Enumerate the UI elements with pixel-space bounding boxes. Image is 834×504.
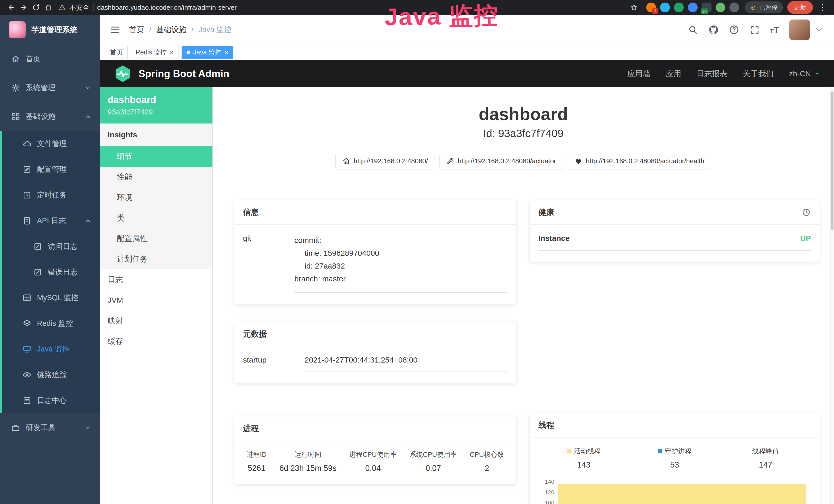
reload-icon <box>32 4 40 11</box>
extension-icon[interactable] <box>674 3 684 12</box>
chevron-down-icon <box>85 85 91 91</box>
y-tick: 120 <box>545 489 554 496</box>
font-size-icon[interactable]: TT <box>770 25 779 35</box>
info-row-label: git <box>243 234 294 293</box>
process-col-cores: CPU核心数 2 <box>470 450 504 473</box>
breadcrumb-section[interactable]: 基础设施 <box>156 25 186 35</box>
home-button[interactable] <box>42 1 54 14</box>
legend-label: 活动线程 <box>574 447 601 456</box>
menu-item-environment[interactable]: 环境 <box>100 187 213 208</box>
sidebar-item-mysql-monitor[interactable]: MySQL 监控 <box>0 285 100 311</box>
extension-on-badge: on <box>701 8 708 14</box>
chrome-update-button[interactable]: 更新 <box>787 1 813 14</box>
sidebar-item-access-log[interactable]: 访问日志 <box>0 234 100 259</box>
process-card: 进程 进程ID 5261 运行时间 6d 23h 15m 59s <box>234 416 516 484</box>
sidebar-item-devtools[interactable]: 研发工具 <box>0 413 100 442</box>
user-avatar[interactable] <box>789 20 810 40</box>
history-icon[interactable] <box>802 208 811 217</box>
sidebar-item-java-monitor[interactable]: Java 监控 <box>0 336 100 362</box>
close-icon[interactable]: × <box>170 49 174 56</box>
legend-daemon-threads: 守护进程 53 <box>629 447 720 469</box>
toolbox-icon <box>11 423 20 432</box>
home-icon <box>11 55 20 63</box>
health-row-label: Instance <box>539 234 570 243</box>
info-row-value: commit: time: 1596289704000 id: 27aa832 … <box>294 234 507 293</box>
sba-nav-applications[interactable]: 应用 <box>666 69 681 79</box>
sba-nav-journal[interactable]: 日志报表 <box>697 69 727 79</box>
log-icon <box>23 216 31 225</box>
extension-icon[interactable]: on <box>702 3 711 12</box>
sba-sidebar: dashboard 93a3fc7f7409 Insights 细节 性能 环境… <box>100 87 213 504</box>
edit-doc-icon <box>23 165 31 174</box>
process-col-syscpu: 系统CPU使用率 0.07 <box>410 450 457 473</box>
tab-home[interactable]: 首页 <box>105 46 128 59</box>
menu-item-jvm[interactable]: JVM <box>100 290 213 311</box>
sidebar-item-infra[interactable]: 基础设施 <box>0 102 100 131</box>
sidebar-item-redis-monitor[interactable]: Redis 监控 <box>0 311 100 336</box>
page-scrollbar[interactable] <box>830 87 834 504</box>
scrollbar-thumb[interactable] <box>831 91 833 230</box>
menu-item-configprops[interactable]: 配置属性 <box>100 228 213 249</box>
help-icon[interactable] <box>729 25 739 35</box>
metadata-row-label: startup <box>243 356 305 372</box>
reload-button[interactable] <box>30 1 42 14</box>
sba-nav: 应用墙 应用 日志报表 关于我们 zh-CN <box>627 69 821 79</box>
chrome-menu-icon[interactable]: ⋮ <box>816 3 829 12</box>
menu-item-logfile[interactable]: 日志 <box>100 269 213 290</box>
back-button[interactable] <box>5 1 18 14</box>
sidebar-item-api-log[interactable]: API 日志 <box>0 208 100 234</box>
menu-item-classes[interactable]: 类 <box>100 208 213 228</box>
back-icon <box>7 4 15 11</box>
active-section-strip <box>0 131 2 413</box>
sba-language-select[interactable]: zh-CN <box>789 69 821 78</box>
actuator-url-button[interactable]: http://192.168.0.2:48080/actuator <box>439 153 563 169</box>
menu-item-scheduledtasks[interactable]: 计划任务 <box>100 249 213 269</box>
grid-icon <box>11 112 20 121</box>
tab-redis-monitor[interactable]: Redis 监控 × <box>131 46 178 59</box>
paused-extension-chip[interactable]: ☺ 已暂停 <box>745 2 783 13</box>
smiley-icon: ☺ <box>750 4 757 12</box>
fullscreen-icon[interactable] <box>749 25 760 35</box>
annotation-java-monitor: Java 监控 <box>384 0 499 33</box>
search-icon[interactable] <box>688 25 698 35</box>
forward-button[interactable] <box>18 1 30 14</box>
sba-brand[interactable]: Spring Boot Admin <box>113 64 229 83</box>
close-icon[interactable]: × <box>224 49 228 56</box>
sidebar-item-scheduled-jobs[interactable]: 定时任务 <box>0 182 100 208</box>
menu-item-metrics[interactable]: 性能 <box>100 167 213 187</box>
sba-nav-about[interactable]: 关于我们 <box>743 69 774 79</box>
caret-down-icon <box>814 70 821 77</box>
address-bar[interactable]: 不安全 dashboard.yudao.iocoder.cn/infra/adm… <box>59 3 237 12</box>
caret-down-icon <box>814 25 824 35</box>
hamburger-icon[interactable] <box>110 24 120 35</box>
service-url-button[interactable]: http://192.168.0.2:48080/ <box>335 153 435 169</box>
github-icon[interactable] <box>708 25 719 35</box>
extension-icon[interactable] <box>716 3 725 12</box>
chevron-down-icon <box>85 425 91 431</box>
threads-card: 线程 活动线程 143 守护进程 53 <box>530 413 820 504</box>
sidebar-item-home[interactable]: 首页 <box>0 45 100 73</box>
sidebar-item-log-center[interactable]: 日志中心 <box>0 388 100 413</box>
breadcrumb-home[interactable]: 首页 <box>129 25 144 35</box>
cell-value: 0.04 <box>349 464 397 473</box>
sidebar-item-system[interactable]: 系统管理 <box>0 73 100 102</box>
extension-icon[interactable] <box>660 3 670 12</box>
sidebar-item-config-management[interactable]: 配置管理 <box>0 157 100 182</box>
sba-nav-wall[interactable]: 应用墙 <box>627 69 650 79</box>
health-url-button[interactable]: http://192.168.0.2:48080/actuator/health <box>568 153 711 169</box>
sidebar-item-error-log[interactable]: 错误日志 <box>0 259 100 285</box>
instance-block[interactable]: dashboard 93a3fc7f7409 <box>100 87 213 123</box>
bookmark-star-icon[interactable] <box>630 3 638 12</box>
tab-java-monitor[interactable]: Java 监控 × <box>182 46 233 59</box>
extension-icon[interactable] <box>729 3 739 12</box>
eye-icon <box>23 370 31 379</box>
sidebar-item-trace[interactable]: 链路追踪 <box>0 362 100 388</box>
sidebar-item-file-management[interactable]: 文件管理 <box>0 131 100 157</box>
threads-card-title: 线程 <box>539 420 554 431</box>
extension-icon[interactable] <box>688 3 698 12</box>
menu-item-details[interactable]: 细节 <box>100 146 213 167</box>
extension-icon[interactable]: 1 <box>646 3 656 12</box>
sidebar-item-label: Redis 监控 <box>37 318 73 329</box>
menu-item-caches[interactable]: 缓存 <box>100 331 213 351</box>
menu-item-mappings[interactable]: 映射 <box>100 311 213 331</box>
